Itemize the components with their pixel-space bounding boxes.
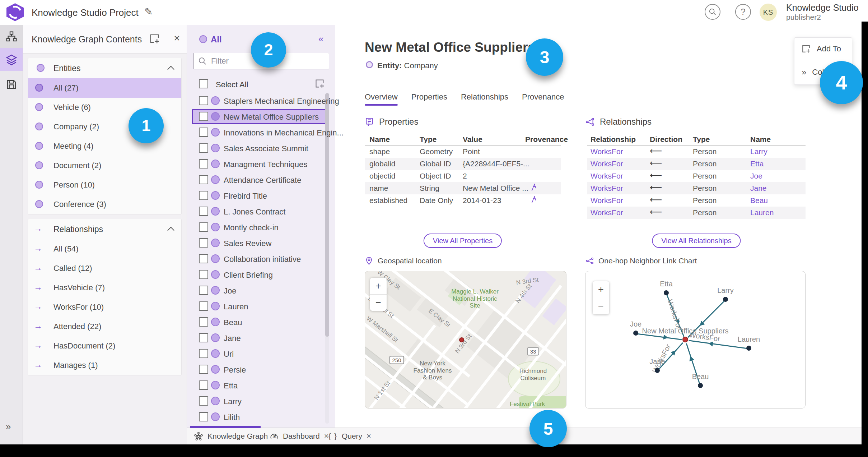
row-checkbox[interactable] bbox=[199, 175, 208, 184]
entity-instance-row[interactable]: Persie bbox=[187, 362, 335, 378]
detail-tab[interactable]: Properties bbox=[411, 92, 447, 102]
map-entity-marker[interactable] bbox=[459, 337, 464, 342]
rail-item-contents[interactable] bbox=[0, 48, 23, 71]
relationship-name-link[interactable]: Joe bbox=[750, 172, 762, 180]
collapse-relationships-icon[interactable] bbox=[167, 227, 174, 234]
tab-dashboard[interactable]: Dashboard × bbox=[269, 428, 329, 444]
provenance-flag-icon[interactable] bbox=[530, 196, 538, 206]
relationships-list-item[interactable]: → Manages (1) bbox=[28, 356, 181, 375]
row-checkbox[interactable] bbox=[199, 301, 208, 311]
help-button[interactable]: ? bbox=[735, 4, 751, 20]
row-checkbox[interactable] bbox=[199, 222, 208, 232]
relationship-name-link[interactable]: Larry bbox=[750, 147, 767, 156]
relationship-link[interactable]: WorksFor bbox=[591, 172, 623, 180]
row-checkbox[interactable] bbox=[199, 159, 208, 169]
row-checkbox[interactable] bbox=[199, 207, 208, 216]
tab-query[interactable]: { } Query × bbox=[328, 428, 371, 444]
entities-list-item[interactable]: All (27) bbox=[28, 78, 181, 98]
map-panel[interactable]: W Clay StN 3rd StMaggie L. Walker Nation… bbox=[365, 271, 566, 408]
relationships-list-item[interactable]: → All (54) bbox=[28, 239, 181, 259]
row-checkbox[interactable] bbox=[199, 333, 208, 342]
close-panel-icon[interactable]: × bbox=[174, 32, 180, 44]
rail-item-schema[interactable] bbox=[0, 25, 23, 48]
relationship-name-link[interactable]: Lauren bbox=[750, 208, 774, 217]
collapse-list-icon[interactable]: « bbox=[318, 33, 323, 45]
row-checkbox[interactable] bbox=[199, 254, 208, 263]
row-checkbox[interactable] bbox=[199, 96, 208, 105]
entities-list-item[interactable]: Person (10) bbox=[28, 175, 181, 195]
add-selection-button[interactable] bbox=[315, 79, 325, 90]
entity-instance-row[interactable]: Collaboration initiative bbox=[187, 251, 335, 267]
row-checkbox[interactable] bbox=[199, 412, 208, 421]
entity-instance-row[interactable]: L. Jones Contract bbox=[187, 204, 335, 220]
entities-list-item[interactable]: Meeting (4) bbox=[28, 137, 181, 156]
entity-instance-row[interactable]: Firebird Title bbox=[187, 188, 335, 204]
tab-knowledge-graph[interactable]: Knowledge Graph × bbox=[194, 428, 277, 444]
row-checkbox[interactable] bbox=[199, 128, 208, 137]
relationships-list-item[interactable]: → Called (12) bbox=[28, 259, 181, 278]
collapse-entities-icon[interactable] bbox=[167, 66, 174, 73]
entity-instance-row[interactable]: Montly check-in bbox=[187, 220, 335, 235]
row-checkbox[interactable] bbox=[199, 286, 208, 295]
row-checkbox[interactable] bbox=[199, 112, 208, 121]
row-checkbox[interactable] bbox=[199, 238, 208, 248]
rail-item-save[interactable] bbox=[0, 73, 23, 96]
view-all-relationships-button[interactable]: View All Relationships bbox=[652, 234, 741, 248]
entity-instance-row[interactable]: Innovations in Mechanical Engin... bbox=[187, 125, 335, 140]
link-chart-panel[interactable]: Etta Larry Joe Lauren Jane bbox=[585, 271, 806, 408]
add-to-menu-item[interactable]: Add To bbox=[802, 44, 841, 54]
entity-instance-row[interactable]: Sales Review bbox=[187, 235, 335, 251]
provenance-flag-icon[interactable] bbox=[530, 184, 538, 193]
row-checkbox[interactable] bbox=[199, 143, 208, 153]
relationship-link[interactable]: WorksFor bbox=[591, 196, 623, 205]
relationship-link[interactable]: WorksFor bbox=[591, 208, 623, 217]
relationship-name-link[interactable]: Jane bbox=[750, 184, 767, 193]
entities-list-item[interactable]: Conference (3) bbox=[28, 195, 181, 214]
row-checkbox[interactable] bbox=[199, 396, 208, 406]
relationship-link[interactable]: WorksFor bbox=[591, 160, 623, 168]
relationships-list-item[interactable]: → HasDocument (2) bbox=[28, 336, 181, 356]
map-zoom-in-button[interactable]: + bbox=[370, 278, 387, 294]
row-checkbox[interactable] bbox=[199, 380, 208, 390]
entity-instance-row[interactable]: Joe bbox=[187, 283, 335, 299]
row-checkbox[interactable] bbox=[199, 365, 208, 374]
entity-instance-row[interactable]: Etta bbox=[187, 378, 335, 393]
relationship-link[interactable]: WorksFor bbox=[591, 184, 623, 193]
row-checkbox[interactable] bbox=[199, 317, 208, 327]
chart-zoom-in-button[interactable]: + bbox=[593, 281, 609, 298]
detail-tab[interactable]: Relationships bbox=[461, 92, 508, 102]
entity-instance-row[interactable]: Staplers Mechanical Engineering bbox=[187, 93, 335, 109]
detail-tab[interactable]: Provenance bbox=[522, 92, 564, 102]
entity-instance-row[interactable]: Larry bbox=[187, 393, 335, 409]
entity-instance-row[interactable]: Lauren bbox=[187, 299, 335, 314]
entities-section-header[interactable]: Entities bbox=[28, 58, 181, 78]
row-checkbox[interactable] bbox=[199, 349, 208, 358]
entity-instance-row[interactable]: Managment Techniques bbox=[187, 156, 335, 172]
relationships-list-item[interactable]: → WorksFor (10) bbox=[28, 297, 181, 317]
relationships-list-item[interactable]: → Attended (22) bbox=[28, 317, 181, 336]
entity-instance-row[interactable]: Client Briefing bbox=[187, 267, 335, 283]
relationships-section-header[interactable]: → Relationships bbox=[28, 219, 181, 239]
select-all-checkbox[interactable] bbox=[199, 79, 208, 88]
entity-instance-row[interactable]: Lilith bbox=[187, 409, 335, 425]
entity-instance-row[interactable]: Uri bbox=[187, 346, 335, 362]
relationship-name-link[interactable]: Etta bbox=[750, 160, 764, 168]
expand-rail-icon[interactable]: » bbox=[6, 421, 11, 432]
close-dashboard-tab-icon[interactable]: × bbox=[324, 431, 329, 441]
entity-instance-row[interactable]: Attendance Certificate bbox=[187, 172, 335, 188]
row-checkbox[interactable] bbox=[199, 270, 208, 279]
view-all-properties-button[interactable]: View All Properties bbox=[424, 234, 502, 248]
entity-instance-row[interactable]: Jane bbox=[187, 330, 335, 346]
search-button[interactable] bbox=[705, 4, 720, 20]
close-query-tab-icon[interactable]: × bbox=[367, 431, 371, 441]
entity-instance-row[interactable]: Sales Associate Summit bbox=[187, 140, 335, 156]
relationship-name-link[interactable]: Beau bbox=[750, 196, 768, 205]
relationships-list-item[interactable]: → HasVehicle (7) bbox=[28, 278, 181, 297]
add-to-new-button[interactable] bbox=[149, 33, 160, 46]
edit-title-icon[interactable]: ✎ bbox=[144, 6, 153, 18]
row-checkbox[interactable] bbox=[199, 191, 208, 200]
entity-instance-row[interactable]: Beau bbox=[187, 314, 335, 330]
relationship-link[interactable]: WorksFor bbox=[591, 147, 623, 156]
entity-instance-row[interactable]: New Metal Office Suppliers bbox=[187, 109, 335, 125]
entities-list-item[interactable]: Document (2) bbox=[28, 156, 181, 175]
